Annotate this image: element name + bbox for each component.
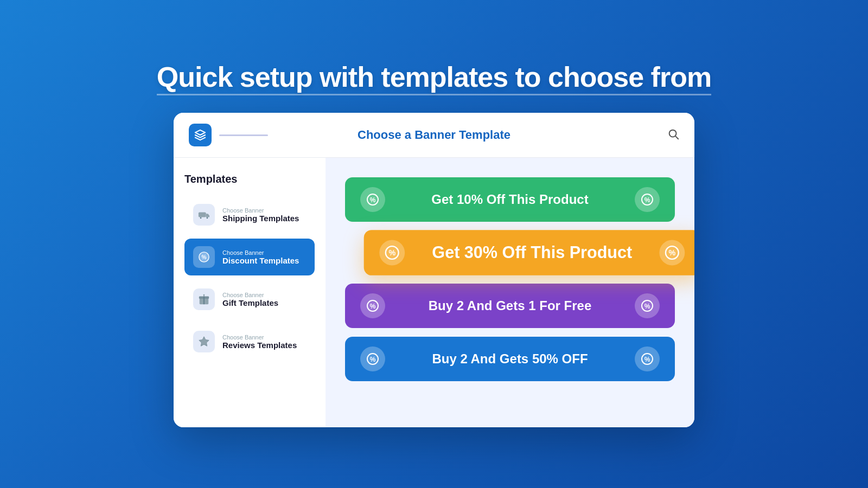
svg-text:%: %: [644, 303, 650, 310]
sidebar: Templates Choose Banner Shipping Templat…: [174, 158, 326, 427]
svg-text:%: %: [370, 196, 376, 204]
reviews-sublabel: Choose Banner: [222, 334, 297, 341]
gift-item-text: Choose Banner Gift Templates: [222, 292, 278, 307]
banner-text-2: Get 30% Off This Product: [405, 243, 659, 262]
gift-sublabel: Choose Banner: [222, 292, 278, 298]
svg-marker-10: [199, 337, 209, 346]
banner-icon-right-4: %: [635, 346, 660, 371]
svg-point-3: [200, 217, 202, 219]
svg-text:%: %: [388, 248, 395, 257]
svg-text:%: %: [370, 303, 376, 310]
banner-text-3: Buy 2 And Gets 1 For Free: [385, 298, 635, 313]
shipping-icon: [193, 204, 215, 226]
sidebar-title: Templates: [184, 173, 315, 185]
svg-text:%: %: [202, 254, 207, 260]
banner-icon-left-2: %: [379, 240, 405, 266]
banner-card-green[interactable]: % Get 10% Off This Product %: [345, 177, 675, 222]
search-icon[interactable]: [667, 128, 679, 143]
banner-text-4: Buy 2 And Gets 50% OFF: [385, 351, 635, 367]
discount-icon: %: [193, 246, 215, 268]
sidebar-item-discount[interactable]: % Choose Banner Discount Templates: [184, 239, 315, 275]
banner-icon-right-2: %: [659, 240, 685, 266]
banner-icon-left-3: %: [360, 293, 385, 318]
discount-sublabel: Choose Banner: [222, 249, 299, 256]
shipping-sublabel: Choose Banner: [222, 207, 299, 214]
banner-card-purple[interactable]: % Buy 2 And Gets 1 For Free %: [345, 284, 675, 328]
sidebar-item-shipping[interactable]: Choose Banner Shipping Templates: [184, 196, 315, 233]
svg-point-4: [207, 217, 208, 219]
banner-icon-left-4: %: [360, 346, 385, 371]
banner-icon-right-1: %: [635, 187, 660, 212]
reviews-icon: [193, 331, 215, 352]
svg-rect-2: [199, 212, 206, 217]
header-divider-line: [219, 134, 268, 136]
modal-body: Templates Choose Banner Shipping Templat…: [174, 158, 694, 427]
svg-text:%: %: [669, 248, 676, 257]
shipping-label: Shipping Templates: [222, 214, 299, 223]
page-title: Quick setup with templates to choose fro…: [157, 61, 711, 93]
page-title-text: Quick setup with templates to choose fro…: [157, 61, 711, 95]
svg-text:%: %: [644, 356, 650, 363]
reviews-item-text: Choose Banner Reviews Templates: [222, 334, 297, 350]
banner-card-blue[interactable]: % Buy 2 And Gets 50% OFF %: [345, 337, 675, 381]
discount-item-text: Choose Banner Discount Templates: [222, 249, 299, 265]
svg-text:%: %: [644, 196, 650, 204]
banner-card-orange[interactable]: % Get 30% Off This Product %: [364, 230, 694, 275]
app-logo: [189, 124, 212, 146]
svg-line-1: [675, 136, 678, 139]
banner-icon-right-3: %: [635, 293, 660, 318]
discount-label: Discount Templates: [222, 256, 299, 265]
banner-text-1: Get 10% Off This Product: [385, 192, 635, 207]
content-area: % Get 10% Off This Product % %: [326, 158, 694, 427]
gift-icon: [193, 288, 215, 310]
modal-title: Choose a Banner Template: [358, 128, 510, 142]
modal-container: Choose a Banner Template Templates: [174, 113, 694, 427]
banner-icon-left-1: %: [360, 187, 385, 212]
sidebar-item-reviews[interactable]: Choose Banner Reviews Templates: [184, 323, 315, 360]
reviews-label: Reviews Templates: [222, 341, 297, 350]
shipping-item-text: Choose Banner Shipping Templates: [222, 207, 299, 223]
sidebar-item-gift[interactable]: Choose Banner Gift Templates: [184, 281, 315, 318]
modal-header: Choose a Banner Template: [174, 113, 694, 158]
gift-label: Gift Templates: [222, 298, 278, 307]
svg-rect-9: [203, 297, 205, 305]
svg-text:%: %: [370, 356, 376, 363]
